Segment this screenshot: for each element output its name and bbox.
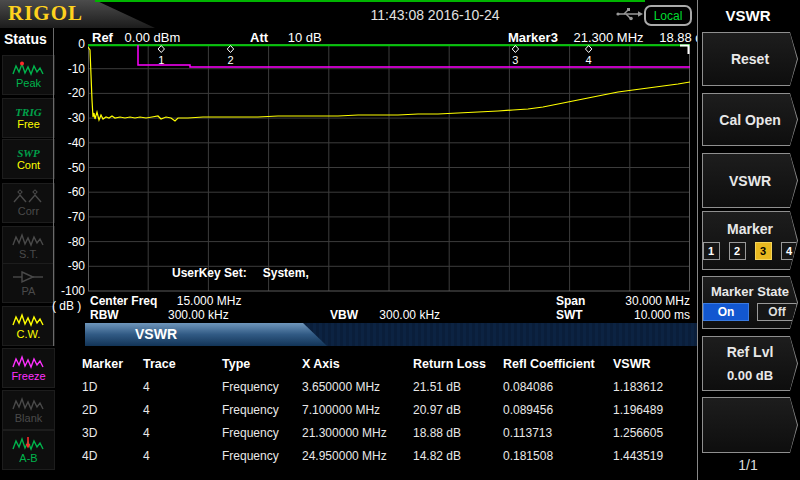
marker-1-diamond [158,46,164,53]
ab-icon [12,436,45,452]
marker-state-off-toggle[interactable]: Off [757,303,797,321]
marker-state-label: Marker State [711,284,789,299]
y-tick--20: -20 [40,86,85,100]
table-header-vswr: VSWR [613,357,651,371]
table-cell-r2c2: 4 [143,403,150,417]
table-cell-r1c6: 0.084086 [503,380,553,394]
rbw-readout: RBW 300.00 kHz [90,308,229,322]
trace-display: 1234 [88,44,690,292]
table-cell-r3c3: Frequency [222,426,279,440]
userkey-label: UserKey Set: [172,266,247,280]
marker-select-3[interactable]: 3 [755,242,772,260]
usb-icon [616,7,644,25]
softmenu-title: VSWR [698,7,798,24]
vbw-value: 300.00 kHz [379,308,440,322]
span-label: Span [556,294,585,308]
table-cell-r2c6: 0.089456 [503,403,553,417]
marker-select-1[interactable]: 1 [703,242,720,260]
screen-corner-mark [680,46,689,55]
swp-icon: SWP [17,147,40,159]
y-tick-0: 0 [40,37,85,51]
table-header-return-loss: Return Loss [413,357,486,371]
ref-label: Ref [92,30,113,45]
cal-open-button[interactable]: Cal Open [702,93,798,146]
table-cell-r4c1: 4D [82,449,97,463]
att-label: Att [250,30,268,45]
swt-label-wrap: SWT [556,308,583,322]
span-value: 30.000 MHz [595,294,690,308]
table-header-marker: Marker [82,357,123,371]
vswr-label: VSWR [729,173,771,189]
table-cell-r4c2: 4 [143,449,150,463]
vswr-tab-title: VSWR [135,326,177,342]
y-tick--90: -90 [40,259,85,273]
table-cell-r3c6: 0.113713 [503,426,552,440]
st-label: S.T. [19,248,38,260]
marker-1-number: 1 [158,54,164,66]
corr-label: Corr [18,205,39,217]
ref-lvl-label: Ref Lvl [727,344,774,360]
blank-label: Blank [15,412,43,424]
vbw-readout: VBW 300.00 kHz [330,308,440,322]
marker-select-4[interactable]: 4 [781,242,798,260]
span-label-wrap: Span [556,294,585,308]
y-tick--100: -100 [40,284,85,298]
blank-softkey[interactable] [702,397,798,453]
graph-canvas: 1234 [88,44,690,292]
userkey-value: System, [263,266,309,280]
y-tick--10: -10 [40,62,85,76]
page-indicator: 1/1 [698,457,798,473]
y-tick--30: -30 [40,111,85,125]
table-cell-r3c4: 21.300000 MHz [302,426,387,440]
table-cell-r3c7: 1.256605 [613,426,663,440]
ab-label: A-B [19,452,37,464]
table-cell-r3c5: 18.88 dB [413,426,461,440]
marker-state-on-toggle[interactable]: On [703,303,749,321]
y-tick--80: -80 [40,235,85,249]
table-cell-r2c3: Frequency [222,403,279,417]
rbw-label: RBW [90,308,119,322]
ref-lvl-button[interactable]: Ref Lvl 0.00 dB [702,336,798,391]
table-cell-r2c1: 2D [82,403,97,417]
rbw-value: 300.00 kHz [168,308,229,322]
table-header-trace: Trace [143,357,176,371]
ref-readout: Ref 0.00 dBm [92,30,180,45]
cw-label: C.W. [17,328,41,340]
att-value: 10 dB [288,30,322,45]
trace-limit-magenta [138,45,690,67]
marker-select-2[interactable]: 2 [729,242,746,260]
status-item-blank: Blank [2,390,55,430]
userkey-annotation: UserKey Set:System, [172,266,309,280]
center-freq-label: Center Freq [90,294,157,308]
marker-4-diamond [585,46,591,53]
freeze-icon [12,354,45,370]
marker-button[interactable]: Marker 1234 [702,211,798,270]
blank-icon [12,396,45,412]
marker-2-diamond [227,46,233,53]
marker-button-label: Marker [727,221,773,237]
vswr-button[interactable]: VSWR [702,153,798,208]
status-item-ab: A-B [2,430,55,470]
marker-readout-freq: 21.300 MHz [574,30,644,45]
swt-value: 10.000 ms [595,308,690,322]
y-tick--60: -60 [40,185,85,199]
swt-label: SWT [556,308,583,322]
function-tab-bar: VSWR [85,323,697,346]
table-cell-r1c7: 1.183612 [613,380,663,394]
table-cell-r4c5: 14.82 dB [413,449,461,463]
marker-3-number: 3 [512,54,518,66]
marker-number-row: 1234 [703,242,798,260]
table-cell-r1c2: 4 [143,380,150,394]
vbw-label: VBW [330,308,358,322]
local-mode-badge: Local [644,5,692,26]
rigol-logo-text: RIGOL [8,1,83,26]
reset-button[interactable]: Reset [702,32,798,86]
marker-state-button[interactable]: Marker State On Off [702,276,798,329]
table-cell-r1c1: 1D [82,380,97,394]
att-readout: Att 10 dB [250,30,322,45]
center-freq-readout: Center Freq 15.000 MHz [90,294,241,308]
trig-label: Free [17,118,40,130]
table-cell-r4c3: Frequency [222,449,279,463]
y-tick--40: -40 [40,136,85,150]
table-cell-r4c4: 24.950000 MHz [302,449,387,463]
